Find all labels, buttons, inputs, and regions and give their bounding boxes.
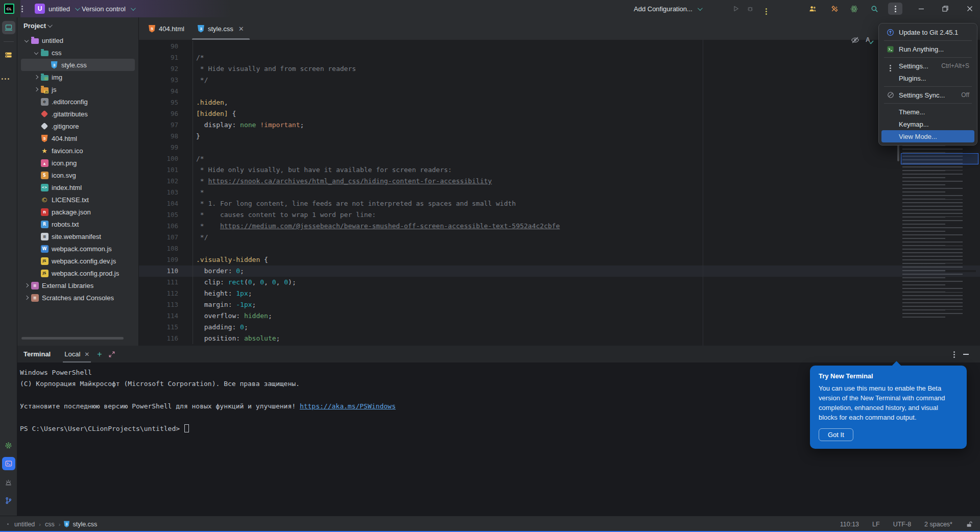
- window-minimize-icon[interactable]: [918, 6, 924, 12]
- new-terminal-tab-button[interactable]: +: [97, 350, 102, 359]
- divider: [4, 41, 14, 42]
- tree-item-404-html[interactable]: 5404.html: [21, 132, 135, 144]
- code-line-93: 93 */: [139, 75, 980, 86]
- tab-style-css[interactable]: 3style.css✕: [191, 17, 251, 40]
- reader-mode-off-eye-icon[interactable]: [851, 36, 859, 44]
- menu-item-run-anything-[interactable]: Run Anything...: [881, 43, 974, 55]
- tree-item-scratches-and-consoles[interactable]: ≡Scratches and Consoles: [21, 292, 135, 304]
- debug-button[interactable]: [747, 0, 754, 17]
- activity-terminal-button[interactable]: [2, 457, 15, 470]
- main-menu-button[interactable]: [21, 0, 23, 17]
- window-close-icon[interactable]: [967, 6, 973, 12]
- tab-404-html[interactable]: 5404.html: [142, 17, 191, 40]
- editorconfig-icon: e: [41, 98, 49, 106]
- tree-item-robots-txt[interactable]: Rrobots.txt: [21, 218, 135, 230]
- tree-item--gitattributes[interactable]: .gitattributes: [21, 108, 135, 120]
- tree-item-icon-svg[interactable]: Sicon.svg: [21, 169, 135, 181]
- tree-item-style-css[interactable]: 3style.css: [21, 59, 135, 71]
- tree-item-icon-png[interactable]: ▲icon.png: [21, 157, 135, 169]
- minimap-viewport[interactable]: [901, 153, 978, 164]
- project-widget[interactable]: U untitled: [35, 0, 79, 17]
- main-dropdown-menu: Update to Git 2.45.1Run Anything...Setti…: [878, 23, 977, 146]
- menu-item-update-to-git-2-45-1[interactable]: Update to Git 2.45.1: [881, 26, 974, 38]
- code-link[interactable]: https://medium.com/@jessebeach/beware-sm…: [220, 222, 560, 230]
- chevron-closed-icon[interactable]: [23, 284, 30, 287]
- chevron-closed-icon[interactable]: [33, 76, 40, 79]
- terminal-options-kebab-icon[interactable]: [953, 351, 955, 353]
- breadcrumb-item[interactable]: 3style.css: [63, 520, 97, 528]
- window-restore-icon[interactable]: [942, 6, 948, 12]
- tree-item-css[interactable]: css: [21, 46, 135, 59]
- code-line-100: 100/*: [139, 153, 980, 164]
- close-icon[interactable]: ✕: [84, 351, 89, 358]
- menu-item-view-mode-[interactable]: View Mode...: [881, 130, 974, 142]
- activity-problems-button[interactable]: [2, 475, 15, 489]
- hide-terminal-button[interactable]: [963, 354, 969, 355]
- tree-item-js[interactable]: js: [21, 83, 135, 95]
- inspections-widget-icon[interactable]: A: [866, 36, 870, 43]
- code-line-107: 107 */: [139, 232, 980, 243]
- tree-item-img[interactable]: img: [21, 71, 135, 83]
- tools-button[interactable]: [831, 0, 839, 17]
- activity-commit-button[interactable]: [2, 48, 15, 61]
- activity-more-button[interactable]: [2, 66, 15, 80]
- tree-item-license-txt[interactable]: ©LICENSE.txt: [21, 194, 135, 206]
- menu-item-settings-[interactable]: Settings...Ctrl+Alt+S: [881, 60, 974, 72]
- activity-project-button[interactable]: [2, 21, 15, 34]
- tree-item-package-json[interactable]: npackage.json: [21, 206, 135, 218]
- unlocked-icon[interactable]: [966, 521, 973, 528]
- status-caret-position[interactable]: 110:13: [840, 521, 859, 528]
- chevron-closed-icon[interactable]: [33, 88, 40, 91]
- menu-item-theme-[interactable]: Theme...: [881, 106, 974, 118]
- search-icon: [871, 5, 878, 13]
- kebab-active-button[interactable]: [888, 0, 902, 17]
- maximize-window-button[interactable]: [938, 0, 953, 17]
- activity-branch-button[interactable]: [2, 494, 15, 507]
- tree-item-site-webmanifest[interactable]: ≡site.webmanifest: [21, 230, 135, 243]
- tree-item-webpack-config-dev-js[interactable]: JSwebpack.config.dev.js: [21, 255, 135, 267]
- status-file-encoding[interactable]: UTF-8: [893, 521, 911, 528]
- tree-item--gitignore[interactable]: .gitignore: [21, 120, 135, 132]
- terminal-tab-local[interactable]: Local ✕: [63, 346, 91, 362]
- breadcrumb-item[interactable]: untitled: [14, 521, 35, 528]
- code-link[interactable]: https://snook.ca/archives/html_and_css/h…: [208, 177, 492, 185]
- project-panel-header[interactable]: Project: [17, 17, 138, 34]
- users-button[interactable]: [809, 0, 817, 17]
- code-line-98: 98}: [139, 131, 980, 142]
- tree-item-favicon-ico[interactable]: ★favicon.ico: [21, 144, 135, 157]
- status-indent-style[interactable]: 2 spaces*: [924, 521, 952, 528]
- menu-item-keymap-[interactable]: Keymap...: [881, 118, 974, 130]
- terminal-cursor[interactable]: [184, 424, 189, 432]
- tree-item-untitled[interactable]: untitled: [21, 34, 135, 46]
- chevron-open-icon[interactable]: [33, 51, 40, 54]
- terminal-link[interactable]: https://aka.ms/PSWindows: [300, 402, 396, 410]
- tree-item-external-libraries[interactable]: ≡External Libraries: [21, 279, 135, 292]
- breadcrumb-item[interactable]: css: [45, 521, 55, 528]
- close-window-button[interactable]: [962, 0, 977, 17]
- more-options-kebab-icon[interactable]: [888, 3, 902, 15]
- menu-item-plugins-[interactable]: Plugins...: [881, 72, 974, 84]
- code-editor[interactable]: 9091/*92 * Hide visually and from screen…: [139, 40, 980, 346]
- tab-close-icon[interactable]: ✕: [238, 25, 244, 33]
- expand-terminal-icon[interactable]: [108, 351, 115, 358]
- folder-js-icon: [41, 87, 49, 93]
- kebab-run-button[interactable]: [766, 0, 767, 17]
- tree-item-label: style.css: [61, 61, 87, 69]
- tree-item--editorconfig[interactable]: e.editorconfig: [21, 95, 135, 108]
- menu-item-settings-sync-[interactable]: Settings Sync...Off: [881, 89, 974, 101]
- horizontal-scrollbar[interactable]: [21, 337, 124, 340]
- run-configuration-widget[interactable]: Add Configuration...: [634, 0, 701, 17]
- activity-services-button[interactable]: [2, 439, 15, 452]
- play-button[interactable]: [732, 0, 739, 17]
- got-it-button[interactable]: Got It: [819, 428, 853, 441]
- chevron-closed-icon[interactable]: [23, 296, 30, 299]
- tree-item-webpack-config-prod-js[interactable]: JSwebpack.config.prod.js: [21, 267, 135, 279]
- minimize-window-button[interactable]: [914, 0, 929, 17]
- atom-button[interactable]: [850, 0, 858, 17]
- status-line-separator[interactable]: LF: [872, 521, 880, 528]
- tree-item-index-html[interactable]: <>index.html: [21, 181, 135, 194]
- vcs-widget[interactable]: Version control: [82, 0, 134, 17]
- chevron-open-icon[interactable]: [23, 39, 30, 42]
- search-button[interactable]: [871, 0, 878, 17]
- tree-item-webpack-common-js[interactable]: Wwebpack.common.js: [21, 243, 135, 255]
